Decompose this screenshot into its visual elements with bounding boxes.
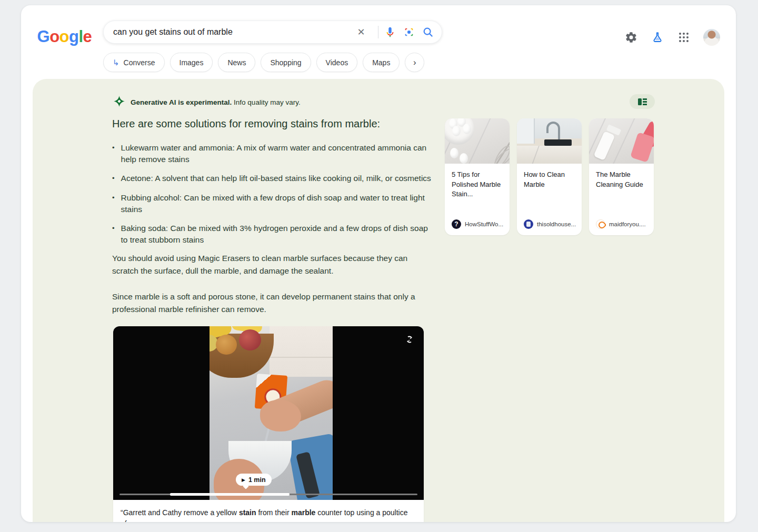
list-item: •Acetone: A solvent that can help lift o… <box>112 173 434 184</box>
source-favicon <box>596 219 605 229</box>
view-toggle-button[interactable] <box>630 94 655 109</box>
tab-label: Images <box>179 58 204 67</box>
tab-news[interactable]: News <box>218 53 255 72</box>
card-source: thisoldhouse... <box>524 219 576 229</box>
tab-label: Converse <box>124 58 155 67</box>
banner-bold-text: Generative AI is experimental. <box>131 98 232 106</box>
logo-letter: o <box>59 27 68 46</box>
browser-window: Google ✕ <box>21 5 736 522</box>
source-card[interactable]: The Marble Cleaning Guide maidforyou.... <box>589 118 654 235</box>
list-item: •Lukewarm water and ammonia: A mix of wa… <box>112 142 434 165</box>
logo-letter: G <box>37 27 49 46</box>
labs-flask-icon[interactable] <box>651 31 664 44</box>
source-cards: 5 Tips for Polished Marble Stain... ? Ho… <box>445 118 654 235</box>
logo-letter: l <box>78 27 83 46</box>
source-card[interactable]: 5 Tips for Polished Marble Stain... ? Ho… <box>445 118 510 235</box>
card-source: ? HowStuffWo... <box>452 219 503 229</box>
search-icon[interactable] <box>422 26 434 38</box>
expand-video-icon[interactable] <box>405 335 414 344</box>
card-thumbnail <box>517 118 582 164</box>
video-progress-bar[interactable] <box>119 494 417 496</box>
answer-paragraph: You should avoid using Magic Erasers to … <box>112 252 431 277</box>
sge-sparkle-icon <box>113 95 125 109</box>
bullet-text: Acetone: A solvent that can help lift oi… <box>121 173 431 184</box>
ai-answer-panel: Generative AI is experimental. Info qual… <box>33 79 724 522</box>
generative-ai-banner: Generative AI is experimental. Info qual… <box>113 95 301 109</box>
list-layout-icon <box>638 98 647 105</box>
tab-label: Shopping <box>270 58 301 67</box>
tab-converse[interactable]: ↳ Converse <box>103 53 165 72</box>
tab-maps[interactable]: Maps <box>363 53 400 72</box>
search-divider <box>378 26 378 38</box>
tab-label: Maps <box>372 58 390 67</box>
video-player[interactable]: ▶ 1 min <box>113 326 424 500</box>
source-name: HowStuffWo... <box>465 221 503 227</box>
card-title: 5 Tips for Polished Marble Stain... <box>445 164 510 199</box>
bullet-text: Rubbing alcohol: Can be mixed with a few… <box>121 192 434 215</box>
card-thumbnail <box>445 118 510 164</box>
search-input[interactable] <box>113 27 355 37</box>
more-tabs-chevron[interactable]: › <box>405 53 424 72</box>
source-name: thisoldhouse... <box>537 221 576 227</box>
list-item: •Rubbing alcohol: Can be mixed with a fe… <box>112 192 434 215</box>
tab-images[interactable]: Images <box>170 53 213 72</box>
answer-bullet-list: •Lukewarm water and ammonia: A mix of wa… <box>112 142 434 253</box>
search-tabs: ↳ Converse Images News Shopping Videos M… <box>103 53 424 72</box>
user-avatar[interactable] <box>703 29 720 46</box>
settings-gear-icon[interactable] <box>624 31 638 44</box>
source-card[interactable]: How to Clean Marble thisoldhouse... <box>517 118 582 235</box>
microphone-icon[interactable] <box>384 26 396 38</box>
bullet-text: Lukewarm water and ammonia: A mix of war… <box>121 142 434 165</box>
search-bar[interactable]: ✕ <box>103 21 442 44</box>
tab-videos[interactable]: Videos <box>316 53 358 72</box>
video-frame <box>210 326 333 500</box>
source-favicon: ? <box>452 219 461 229</box>
answer-heading: Here are some solutions for removing sta… <box>112 118 449 130</box>
apps-grid-icon[interactable] <box>677 31 691 44</box>
tab-label: News <box>227 58 246 67</box>
card-title: How to Clean Marble <box>517 164 582 189</box>
header-actions <box>624 29 720 46</box>
google-lens-icon[interactable] <box>403 26 415 38</box>
logo-letter: g <box>69 27 78 46</box>
banner-rest-text: Info quality may vary. <box>232 98 300 106</box>
play-icon: ▶ <box>242 477 245 483</box>
card-thumbnail <box>589 118 654 164</box>
google-logo[interactable]: Google <box>37 27 92 46</box>
logo-letter: e <box>83 27 92 46</box>
clear-icon[interactable]: ✕ <box>355 26 367 38</box>
card-title: The Marble Cleaning Guide <box>589 164 654 189</box>
list-item: •Baking soda: Can be mixed with 3% hydro… <box>112 223 434 245</box>
video-result-card: ▶ 1 min “Garrett and Cathy remove a yell… <box>113 326 424 522</box>
video-duration-badge[interactable]: ▶ 1 min <box>236 474 272 486</box>
answer-paragraph: Since marble is a soft and porous stone,… <box>112 290 431 316</box>
logo-letter: o <box>49 27 59 46</box>
tab-label: Videos <box>326 58 348 67</box>
chevron-right-icon: › <box>413 57 416 68</box>
bullet-text: Baking soda: Can be mixed with 3% hydrog… <box>121 223 434 245</box>
duration-text: 1 min <box>248 476 266 484</box>
tab-shopping[interactable]: Shopping <box>261 53 311 72</box>
source-name: maidforyou.... <box>609 221 646 227</box>
video-caption: “Garrett and Cathy remove a yellow stain… <box>113 500 424 522</box>
source-favicon <box>524 219 533 229</box>
card-source: maidforyou.... <box>596 219 646 229</box>
converse-arrow-icon: ↳ <box>113 58 119 67</box>
